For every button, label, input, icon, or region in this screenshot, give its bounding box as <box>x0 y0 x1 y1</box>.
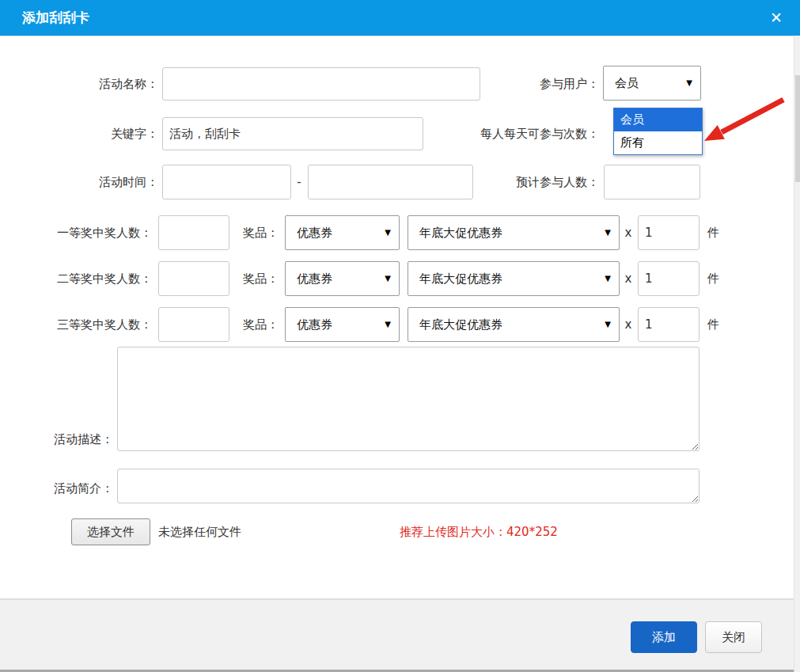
chevron-down-icon: ▼ <box>385 262 391 295</box>
participant-user-label: 参与用户： <box>472 67 599 101</box>
prize3-item-select[interactable]: 年底大促优惠券 ▼ <box>408 307 620 342</box>
chevron-down-icon: ▼ <box>605 216 611 249</box>
prize1-prize-label: 奖品： <box>233 215 279 250</box>
intro-label: 活动简介： <box>18 480 113 496</box>
prize3-prize-label: 奖品： <box>233 307 279 342</box>
participant-user-dropdown: 会员 所有 <box>613 108 703 155</box>
prize2-label: 二等奖中奖人数： <box>16 261 152 296</box>
activity-name-input[interactable] <box>162 67 480 101</box>
description-textarea[interactable] <box>117 347 700 451</box>
prize1-type-select[interactable]: 优惠券 ▼ <box>285 215 400 250</box>
close-button[interactable]: 关闭 <box>705 621 762 653</box>
chevron-down-icon: ▼ <box>385 308 391 341</box>
prize2-item-select[interactable]: 年底大促优惠券 ▼ <box>408 261 620 296</box>
description-label: 活动描述： <box>18 431 113 447</box>
dropdown-option-member[interactable]: 会员 <box>614 108 702 131</box>
chevron-down-icon: ▼ <box>605 262 611 295</box>
expected-participants-label: 预计参与人数： <box>467 165 599 199</box>
participant-user-value: 会员 <box>615 66 639 100</box>
activity-time-label: 活动时间： <box>32 165 158 199</box>
upload-size-hint: 推荐上传图片大小：420*252 <box>400 518 558 545</box>
daily-limit-label: 每人每天可参与次数： <box>417 117 599 150</box>
scrollbar[interactable] <box>794 36 800 672</box>
red-arrow-icon <box>698 92 787 154</box>
scrollbar-thumb[interactable] <box>795 75 800 182</box>
activity-time-end-input[interactable] <box>308 165 473 199</box>
prize2-type-select[interactable]: 优惠券 ▼ <box>285 261 400 296</box>
activity-time-start-input[interactable] <box>162 165 291 199</box>
chevron-down-icon: ▼ <box>385 216 391 249</box>
prize3-multiply: x <box>623 307 634 342</box>
prize1-quantity-input[interactable] <box>638 215 700 250</box>
prize3-type-value: 优惠券 <box>297 308 332 341</box>
prize2-unit: 件 <box>707 261 723 296</box>
prize1-label: 一等奖中奖人数： <box>16 215 152 250</box>
time-range-separator: - <box>294 165 305 199</box>
prize3-type-select[interactable]: 优惠券 ▼ <box>285 307 400 342</box>
dropdown-option-all[interactable]: 所有 <box>614 131 702 154</box>
prize1-unit: 件 <box>707 215 723 250</box>
keyword-input[interactable] <box>162 117 423 150</box>
dialog-title: 添加刮刮卡 <box>22 0 89 36</box>
prize2-quantity-input[interactable] <box>638 261 700 296</box>
prize3-item-value: 年底大促优惠券 <box>419 308 502 341</box>
prize2-prize-label: 奖品： <box>233 261 279 296</box>
prize1-type-value: 优惠券 <box>297 216 332 249</box>
prize2-item-value: 年底大促优惠券 <box>419 262 502 295</box>
prize2-count-input[interactable] <box>158 261 229 296</box>
chevron-down-icon: ▼ <box>605 308 611 341</box>
dialog-header: 添加刮刮卡 ✕ <box>0 0 800 36</box>
activity-name-label: 活动名称： <box>32 67 158 101</box>
prize1-multiply: x <box>623 215 634 250</box>
chevron-down-icon: ▼ <box>686 66 692 100</box>
prize1-item-select[interactable]: 年底大促优惠券 ▼ <box>408 215 620 250</box>
prize1-item-value: 年底大促优惠券 <box>419 216 502 249</box>
participant-user-select[interactable]: 会员 ▼ <box>603 66 701 101</box>
prize3-count-input[interactable] <box>158 307 229 342</box>
prize2-type-value: 优惠券 <box>297 262 332 295</box>
expected-participants-input[interactable] <box>604 165 700 199</box>
prize2-multiply: x <box>623 261 634 296</box>
intro-textarea[interactable] <box>117 469 700 503</box>
add-button[interactable]: 添加 <box>631 621 697 653</box>
prize3-unit: 件 <box>707 307 723 342</box>
dialog-footer: 添加 关闭 <box>0 598 800 672</box>
choose-file-button[interactable]: 选择文件 <box>71 518 150 545</box>
add-scratch-card-dialog: 添加刮刮卡 ✕ 活动名称： 参与用户： 会员 ▼ 会员 所有 关键字： 每人每天… <box>0 0 800 672</box>
file-status-text: 未选择任何文件 <box>158 518 317 545</box>
keyword-label: 关键字： <box>32 117 158 150</box>
prize3-label: 三等奖中奖人数： <box>16 307 152 342</box>
close-icon[interactable]: ✕ <box>770 0 783 36</box>
prize3-quantity-input[interactable] <box>638 307 700 342</box>
prize1-count-input[interactable] <box>158 215 229 250</box>
